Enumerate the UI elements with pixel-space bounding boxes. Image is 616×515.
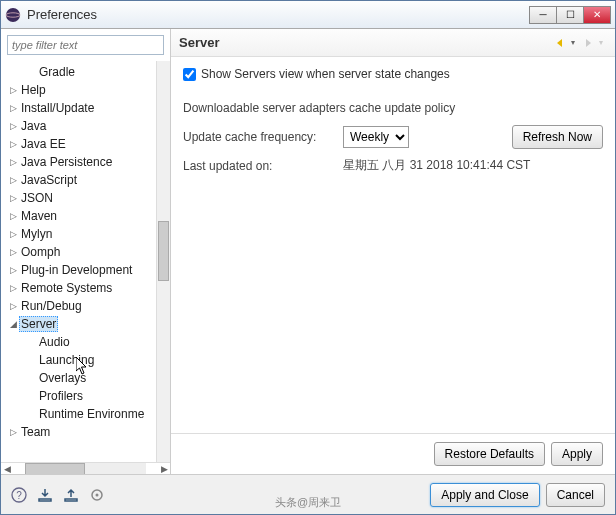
twisty-icon[interactable]: ▷ (7, 229, 19, 239)
back-dropdown-icon[interactable]: ▾ (571, 38, 575, 47)
frequency-select[interactable]: Weekly (343, 126, 409, 148)
oomph-icon[interactable] (89, 487, 105, 503)
filter-input[interactable] (7, 35, 164, 55)
tree-item-remote-systems[interactable]: ▷Remote Systems (1, 279, 170, 297)
tree-item-label: Runtime Environme (37, 407, 146, 421)
tree-item-gradle[interactable]: Gradle (1, 63, 170, 81)
apply-button[interactable]: Apply (551, 442, 603, 466)
close-button[interactable]: ✕ (583, 6, 611, 24)
twisty-icon[interactable]: ▷ (7, 247, 19, 257)
window-controls: ─ ☐ ✕ (530, 6, 611, 24)
svg-point-0 (6, 8, 20, 22)
tree-item-oomph[interactable]: ▷Oomph (1, 243, 170, 261)
tree-item-label: Server (19, 316, 58, 332)
cancel-button[interactable]: Cancel (546, 483, 605, 507)
twisty-icon[interactable]: ▷ (7, 301, 19, 311)
filter-container (7, 35, 164, 55)
tree-item-server[interactable]: ◢Server (1, 315, 170, 333)
tree-item-javascript[interactable]: ▷JavaScript (1, 171, 170, 189)
tree-item-label: Launching (37, 353, 96, 367)
tree-item-install-update[interactable]: ▷Install/Update (1, 99, 170, 117)
tree-item-overlays[interactable]: Overlays (1, 369, 170, 387)
tree-item-label: Remote Systems (19, 281, 114, 295)
twisty-icon[interactable]: ▷ (7, 265, 19, 275)
twisty-icon[interactable]: ▷ (7, 175, 19, 185)
tree-item-team[interactable]: ▷Team (1, 423, 170, 441)
twisty-icon[interactable]: ◢ (7, 319, 19, 329)
tree-item-label: Maven (19, 209, 59, 223)
show-servers-label: Show Servers view when server state chan… (201, 67, 450, 81)
show-servers-checkbox[interactable] (183, 68, 196, 81)
restore-defaults-button[interactable]: Restore Defaults (434, 442, 545, 466)
tree-item-runtime-environme[interactable]: Runtime Environme (1, 405, 170, 423)
apply-and-close-button[interactable]: Apply and Close (430, 483, 539, 507)
sidebar: Gradle▷Help▷Install/Update▷Java▷Java EE▷… (1, 29, 171, 474)
tree-item-label: JavaScript (19, 173, 79, 187)
tree-item-json[interactable]: ▷JSON (1, 189, 170, 207)
refresh-now-button[interactable]: Refresh Now (512, 125, 603, 149)
tree-item-launching[interactable]: Launching (1, 351, 170, 369)
twisty-icon[interactable]: ▷ (7, 283, 19, 293)
frequency-row: Update cache frequency: Weekly Refresh N… (183, 125, 603, 149)
show-servers-row: Show Servers view when server state chan… (183, 67, 603, 81)
tree-item-java-ee[interactable]: ▷Java EE (1, 135, 170, 153)
tree-item-label: Java Persistence (19, 155, 114, 169)
window-title: Preferences (27, 7, 530, 22)
cache-policy-label: Downloadable server adapters cache updat… (183, 101, 603, 115)
twisty-icon[interactable]: ▷ (7, 103, 19, 113)
twisty-icon[interactable]: ▷ (7, 139, 19, 149)
main-panel: Server ▾ ▾ Show Servers view when server… (171, 29, 615, 474)
tree-item-audio[interactable]: Audio (1, 333, 170, 351)
preference-tree[interactable]: Gradle▷Help▷Install/Update▷Java▷Java EE▷… (1, 61, 170, 462)
tree-item-java[interactable]: ▷Java (1, 117, 170, 135)
bottom-left-icons: ? (11, 487, 105, 503)
maximize-button[interactable]: ☐ (556, 6, 584, 24)
tree-item-label: Help (19, 83, 48, 97)
twisty-icon[interactable]: ▷ (7, 121, 19, 131)
tree-item-help[interactable]: ▷Help (1, 81, 170, 99)
horizontal-scrollbar[interactable]: ◀ ▶ (1, 462, 170, 474)
tree-item-plug-in-development[interactable]: ▷Plug-in Development (1, 261, 170, 279)
tree-item-label: Install/Update (19, 101, 96, 115)
minimize-button[interactable]: ─ (529, 6, 557, 24)
twisty-icon[interactable]: ▷ (7, 85, 19, 95)
twisty-icon[interactable]: ▷ (7, 193, 19, 203)
tree-scrollbar[interactable] (156, 61, 170, 462)
tree-item-label: Profilers (37, 389, 85, 403)
tree-item-profilers[interactable]: Profilers (1, 387, 170, 405)
export-icon[interactable] (63, 487, 79, 503)
preferences-window: Preferences ─ ☐ ✕ Gradle▷Help▷Install/Up… (0, 0, 616, 515)
tree-item-label: Mylyn (19, 227, 54, 241)
twisty-icon[interactable]: ▷ (7, 427, 19, 437)
back-arrow-icon[interactable] (553, 36, 567, 50)
forward-dropdown-icon[interactable]: ▾ (599, 38, 603, 47)
forward-arrow-icon[interactable] (581, 36, 595, 50)
tree-item-maven[interactable]: ▷Maven (1, 207, 170, 225)
scroll-thumb[interactable] (25, 463, 85, 475)
scroll-track[interactable] (25, 463, 146, 475)
import-icon[interactable] (37, 487, 53, 503)
tree-item-run-debug[interactable]: ▷Run/Debug (1, 297, 170, 315)
tree-item-label: Oomph (19, 245, 62, 259)
eclipse-icon (5, 7, 21, 23)
scroll-right-icon[interactable]: ▶ (158, 464, 170, 474)
last-updated-row: Last updated on: 星期五 八月 31 2018 10:41:44… (183, 157, 603, 174)
tree-scroll-thumb[interactable] (158, 221, 169, 281)
help-icon[interactable]: ? (11, 487, 27, 503)
content-area: Gradle▷Help▷Install/Update▷Java▷Java EE▷… (1, 29, 615, 474)
tree-item-mylyn[interactable]: ▷Mylyn (1, 225, 170, 243)
tree-item-label: Overlays (37, 371, 88, 385)
titlebar: Preferences ─ ☐ ✕ (1, 1, 615, 29)
watermark: 头条@周来卫 (275, 495, 341, 510)
tree-item-label: Gradle (37, 65, 77, 79)
tree-item-label: Run/Debug (19, 299, 84, 313)
page-title: Server (179, 35, 551, 50)
tree-item-label: JSON (19, 191, 55, 205)
bottom-right-buttons: Apply and Close Cancel (430, 483, 605, 507)
twisty-icon[interactable]: ▷ (7, 157, 19, 167)
twisty-icon[interactable]: ▷ (7, 211, 19, 221)
main-footer: Restore Defaults Apply (171, 433, 615, 474)
last-updated-value: 星期五 八月 31 2018 10:41:44 CST (343, 157, 530, 174)
tree-item-java-persistence[interactable]: ▷Java Persistence (1, 153, 170, 171)
scroll-left-icon[interactable]: ◀ (1, 464, 13, 474)
